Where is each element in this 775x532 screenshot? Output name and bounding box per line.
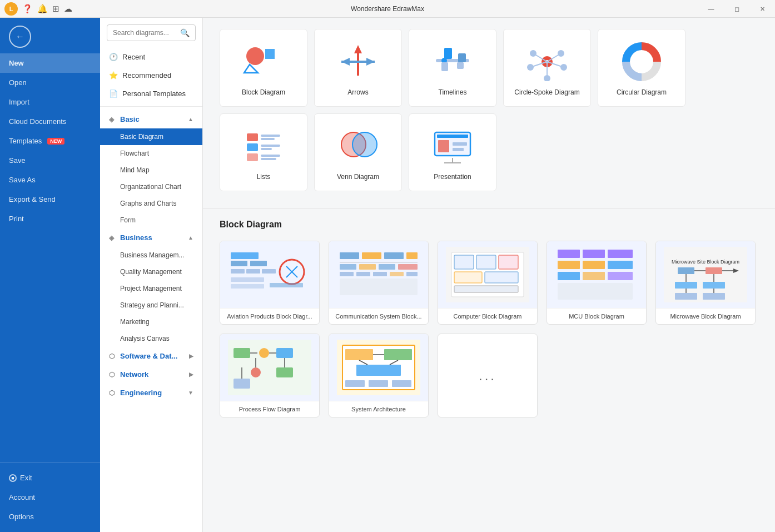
- minimize-button[interactable]: —: [698, 0, 724, 18]
- template-card-microwave[interactable]: Microwave Site Block Diagram: [655, 241, 756, 325]
- svg-rect-89: [608, 250, 633, 258]
- close-button[interactable]: ✕: [749, 0, 775, 18]
- diagram-card-circular[interactable]: Circular Diagram: [598, 29, 685, 107]
- template-card-system[interactable]: System Architecture: [329, 334, 429, 417]
- back-button[interactable]: ←: [9, 26, 31, 48]
- diagram-card-lists[interactable]: Lists: [220, 113, 307, 191]
- svg-rect-99: [678, 267, 694, 274]
- svg-rect-82: [499, 255, 518, 269]
- sidebar-item-print[interactable]: Print: [0, 209, 100, 228]
- network-cat-icon: ⬡: [109, 371, 118, 379]
- template-thumb-mcu: [547, 241, 646, 308]
- sub-basic-diagram[interactable]: Basic Diagram: [100, 128, 202, 145]
- basic-subitems: Basic Diagram Flowchart Mind Map Organiz…: [100, 128, 202, 228]
- cloud-icon[interactable]: ☁: [64, 4, 72, 14]
- sidebar-item-cloud[interactable]: Cloud Documents: [0, 112, 100, 131]
- sub-biz-mgmt[interactable]: Business Managem...: [100, 247, 202, 263]
- notification-icon[interactable]: 🔔: [37, 4, 48, 14]
- diagram-card-circle-spoke[interactable]: Circle-Spoke Diagram: [503, 29, 591, 107]
- category-basic[interactable]: ◈ Basic ▲: [100, 110, 202, 128]
- new-badge: NEW: [47, 138, 64, 145]
- sub-graphs-charts[interactable]: Graphs and Charts: [100, 195, 202, 212]
- svg-rect-95: [608, 272, 633, 280]
- sub-strategy[interactable]: Strategy and Planni...: [100, 297, 202, 314]
- window-controls: — ◻ ✕: [698, 0, 775, 18]
- user-avatar[interactable]: L: [4, 2, 18, 16]
- venn-icon: [336, 124, 380, 168]
- svg-rect-50: [231, 252, 259, 259]
- sub-quality-mgmt[interactable]: Quality Management: [100, 263, 202, 280]
- category-software[interactable]: ⬡ Software & Dat... ▶: [100, 347, 202, 365]
- svg-marker-4: [354, 45, 362, 53]
- more-dots: ...: [479, 368, 496, 384]
- diagram-card-timelines[interactable]: Timelines: [409, 29, 496, 107]
- circle-spoke-label: Circle-Spoke Diagram: [514, 88, 579, 96]
- sub-flowchart[interactable]: Flowchart: [100, 145, 202, 162]
- svg-point-22: [530, 50, 536, 57]
- sidebar-item-export[interactable]: Export & Send: [0, 190, 100, 209]
- svg-rect-117: [276, 348, 293, 358]
- diagram-card-block[interactable]: Block Diagram: [220, 29, 307, 107]
- template-card-comm[interactable]: Communication System Block...: [329, 241, 429, 325]
- template-card-aviation[interactable]: Aviation Products Block Diagr...: [220, 241, 320, 325]
- diagram-card-venn[interactable]: Venn Diagram: [314, 113, 402, 191]
- chevron-right-icon-2: ▶: [189, 371, 193, 377]
- sidebar-item-new[interactable]: New: [0, 53, 100, 73]
- nav-recommended[interactable]: ⭐ Recommended: [100, 66, 202, 84]
- sub-marketing[interactable]: Marketing: [100, 314, 202, 330]
- circular-icon: [619, 39, 664, 84]
- sidebar-item-save[interactable]: Save: [0, 151, 100, 170]
- svg-rect-68: [340, 264, 356, 270]
- svg-rect-65: [384, 252, 404, 259]
- sidebar-item-options[interactable]: Options: [0, 507, 100, 526]
- svg-point-115: [259, 348, 269, 358]
- sub-analysis[interactable]: Analysis Canvas: [100, 330, 202, 347]
- category-engineering[interactable]: ⬡ Engineering ▼: [100, 384, 202, 402]
- template-label-comm: Communication System Block...: [329, 308, 428, 324]
- svg-rect-111: [703, 293, 725, 300]
- svg-rect-34: [261, 145, 280, 147]
- svg-rect-60: [231, 277, 264, 282]
- svg-rect-71: [398, 264, 418, 270]
- template-card-mcu[interactable]: MCU Block Diagram: [547, 241, 647, 325]
- nav-recent[interactable]: 🕐 Recent: [100, 48, 202, 66]
- sidebar-item-templates[interactable]: Templates NEW: [0, 131, 100, 151]
- category-network[interactable]: ⬡ Network ▶: [100, 365, 202, 384]
- svg-rect-31: [247, 153, 258, 161]
- search-box[interactable]: 🔍: [107, 24, 196, 41]
- svg-rect-43: [437, 135, 468, 138]
- help-icon[interactable]: ❓: [22, 4, 33, 14]
- svg-point-26: [544, 75, 550, 81]
- business-subitems: Business Managem... Quality Management P…: [100, 247, 202, 347]
- sidebar-item-import[interactable]: Import: [0, 92, 100, 112]
- restore-button[interactable]: ◻: [724, 0, 749, 18]
- diagram-card-presentation[interactable]: Presentation: [409, 113, 496, 191]
- svg-rect-94: [583, 272, 605, 280]
- template-card-process[interactable]: Process Flow Diagram: [220, 334, 320, 417]
- sidebar-item-open[interactable]: Open: [0, 73, 100, 92]
- lists-label: Lists: [257, 173, 271, 181]
- diagram-card-arrows[interactable]: Arrows: [314, 29, 402, 107]
- template-card-more[interactable]: ...: [438, 334, 538, 417]
- sub-project-mgmt[interactable]: Project Management: [100, 280, 202, 297]
- sidebar-item-account[interactable]: Account: [0, 488, 100, 507]
- svg-rect-32: [261, 135, 280, 137]
- sub-org-chart[interactable]: Organizational Chart: [100, 178, 202, 195]
- team-icon[interactable]: ⊞: [52, 4, 59, 14]
- sub-form[interactable]: Form: [100, 212, 202, 228]
- svg-rect-52: [250, 261, 267, 266]
- template-label-process: Process Flow Diagram: [220, 401, 319, 417]
- sub-mind-map[interactable]: Mind Map: [100, 162, 202, 178]
- template-card-computer[interactable]: Computer Block Diagram: [438, 241, 538, 325]
- diagram-types-grid: Block Diagram Arrows: [220, 29, 758, 191]
- svg-rect-29: [247, 133, 258, 141]
- search-input[interactable]: [113, 29, 177, 37]
- category-business[interactable]: ◈ Business ▲: [100, 228, 202, 247]
- svg-rect-133: [369, 380, 388, 387]
- sidebar-item-saveas[interactable]: Save As: [0, 170, 100, 190]
- svg-rect-69: [359, 264, 376, 270]
- sidebar-mid: 🔍 🕐 Recent ⭐ Recommended 📄 Personal Temp…: [100, 18, 203, 532]
- sidebar-item-exit[interactable]: ■ Exit: [0, 468, 100, 488]
- sidebar-left: ← New Open Import Cloud Documents Templa…: [0, 18, 100, 532]
- nav-personal[interactable]: 📄 Personal Templates: [100, 84, 202, 103]
